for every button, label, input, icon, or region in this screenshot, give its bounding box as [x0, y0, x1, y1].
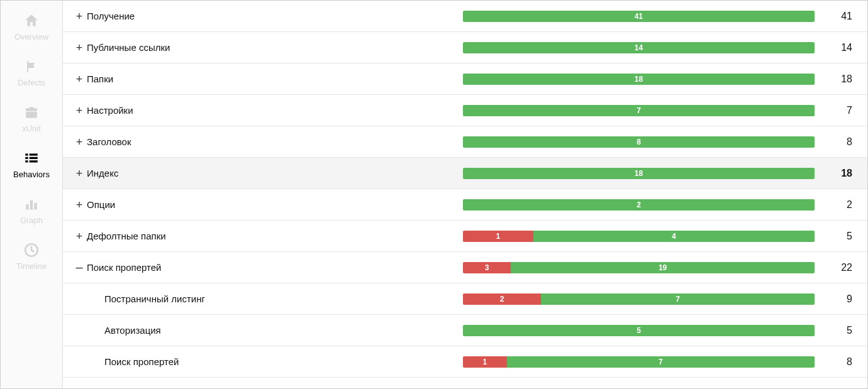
passed-segment: 8 — [463, 136, 815, 148]
passed-segment: 18 — [463, 74, 815, 85]
row-total: 5 — [815, 325, 852, 336]
svg-rect-7 — [25, 160, 28, 162]
failed-segment: 1 — [463, 231, 533, 242]
behavior-row[interactable]: +Заголовок88 — [63, 126, 867, 158]
passed-segment: 18 — [463, 168, 815, 179]
row-total: 18 — [815, 168, 852, 179]
row-name: Публичные ссылки — [86, 42, 463, 53]
svg-rect-9 — [26, 204, 28, 210]
nav-behaviors[interactable]: Behaviors — [1, 146, 62, 183]
nav-graph[interactable]: Graph — [1, 192, 62, 229]
svg-rect-10 — [30, 200, 33, 210]
app-root: OverviewDefectsxUnitBehaviorsGraphTimeli… — [0, 0, 868, 389]
behavior-row[interactable]: +Получение4141 — [63, 1, 867, 32]
svg-rect-1 — [26, 112, 36, 117]
status-bar: 17 — [463, 356, 815, 368]
svg-rect-8 — [30, 160, 38, 162]
row-name: Постраничный листинг — [103, 293, 463, 304]
svg-rect-11 — [34, 203, 36, 210]
expand-icon[interactable]: + — [73, 105, 86, 116]
row-name: Авторизация — [103, 325, 463, 336]
collapse-icon[interactable]: – — [73, 261, 86, 273]
status-bar: 27 — [463, 293, 815, 305]
behavior-child-row[interactable]: Поиск пропертей178 — [63, 346, 867, 378]
passed-segment: 2 — [463, 199, 815, 211]
passed-segment: 19 — [511, 262, 815, 273]
svg-rect-0 — [26, 109, 36, 111]
status-bar: 7 — [463, 105, 815, 116]
passed-segment: 14 — [463, 42, 815, 53]
row-total: 5 — [815, 231, 852, 242]
status-bar: 5 — [463, 325, 815, 336]
main-panel: +Получение4141+Публичные ссылки1414+Папк… — [62, 1, 867, 388]
nav-label: Defects — [18, 78, 45, 87]
nav-label: xUnit — [22, 124, 41, 133]
expand-icon[interactable]: + — [73, 11, 86, 22]
nav-xunit[interactable]: xUnit — [1, 100, 62, 137]
passed-segment: 7 — [463, 105, 815, 116]
svg-rect-4 — [30, 153, 38, 155]
nav-defects[interactable]: Defects — [1, 54, 62, 91]
nav-timeline[interactable]: Timeline — [1, 238, 62, 275]
list-icon — [23, 150, 40, 167]
nav-overview[interactable]: Overview — [1, 8, 62, 45]
row-name: Индекс — [86, 168, 463, 178]
behavior-row[interactable]: +Настройки77 — [63, 95, 867, 126]
behavior-row[interactable]: +Опции22 — [63, 189, 867, 221]
bars-icon — [23, 195, 40, 213]
home-icon — [23, 12, 40, 30]
behavior-row[interactable]: –Поиск пропертей31922 — [63, 252, 867, 283]
row-name: Настройки — [86, 105, 463, 116]
status-bar: 18 — [463, 168, 815, 179]
behavior-row[interactable]: +Индекс1818 — [63, 158, 867, 189]
row-total: 41 — [815, 11, 852, 22]
behavior-row[interactable]: +Публичные ссылки1414 — [63, 32, 867, 63]
passed-segment: 7 — [507, 356, 815, 368]
failed-segment: 2 — [463, 293, 541, 305]
status-bar: 2 — [463, 199, 815, 211]
row-total: 8 — [815, 356, 852, 368]
row-total: 22 — [815, 262, 852, 273]
failed-segment: 1 — [463, 356, 507, 368]
row-name: Получение — [86, 11, 463, 21]
status-bar: 14 — [463, 42, 815, 53]
nav-label: Graph — [20, 216, 43, 225]
nav-label: Behaviors — [13, 170, 50, 179]
row-name: Поиск пропертей — [103, 356, 463, 367]
svg-rect-5 — [25, 157, 28, 159]
status-bar: 8 — [463, 136, 815, 148]
expand-icon[interactable]: + — [73, 74, 86, 85]
row-name: Опции — [86, 199, 463, 210]
expand-icon[interactable]: + — [73, 199, 86, 211]
behavior-list: +Получение4141+Публичные ссылки1414+Папк… — [63, 1, 867, 378]
behavior-row[interactable]: +Папки1818 — [63, 63, 867, 95]
row-total: 8 — [815, 136, 852, 148]
passed-segment: 7 — [541, 293, 815, 305]
expand-icon[interactable]: + — [73, 136, 86, 148]
row-total: 7 — [815, 105, 852, 116]
status-bar: 14 — [463, 231, 815, 242]
nav-label: Overview — [14, 32, 48, 41]
behavior-child-row[interactable]: Постраничный листинг279 — [63, 283, 867, 315]
row-total: 18 — [815, 74, 852, 85]
row-name: Дефолтные папки — [86, 231, 463, 241]
passed-segment: 41 — [463, 11, 815, 22]
row-name: Заголовок — [86, 136, 463, 147]
passed-segment: 4 — [533, 231, 815, 242]
expand-icon[interactable]: + — [73, 168, 86, 179]
row-name: Поиск пропертей — [86, 262, 463, 273]
row-total: 2 — [815, 199, 852, 211]
expand-icon[interactable]: + — [73, 42, 86, 53]
behavior-row[interactable]: +Дефолтные папки145 — [63, 221, 867, 252]
row-total: 9 — [815, 293, 852, 305]
behavior-child-row[interactable]: Авторизация55 — [63, 315, 867, 346]
sidebar: OverviewDefectsxUnitBehaviorsGraphTimeli… — [1, 1, 62, 388]
svg-rect-6 — [30, 157, 38, 159]
expand-icon[interactable]: + — [73, 231, 86, 242]
svg-rect-3 — [25, 153, 28, 155]
status-bar: 18 — [463, 74, 815, 85]
row-name: Папки — [86, 74, 463, 84]
clock-icon — [23, 241, 40, 259]
flag-icon — [23, 58, 40, 75]
briefcase-icon — [23, 104, 40, 121]
